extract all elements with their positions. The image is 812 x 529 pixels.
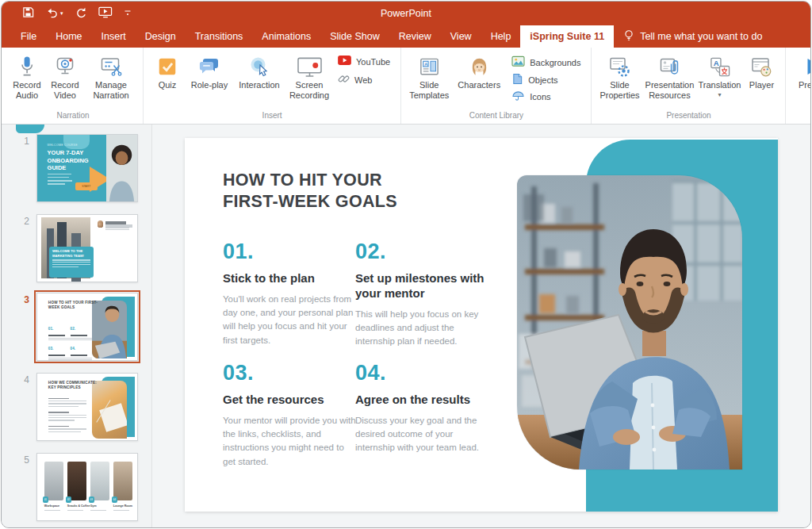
web-button[interactable]: Web — [338, 73, 390, 86]
slide-number: 4 — [2, 373, 36, 441]
button-label: Preview — [799, 80, 811, 90]
interaction-button[interactable]: Interaction — [233, 53, 285, 90]
tab-home[interactable]: Home — [46, 25, 91, 48]
slide-thumbnail-5[interactable]: 01 02 03 04 Workspace Snacks & Coffee Gy… — [36, 453, 138, 521]
thumb4-paragraph — [48, 424, 86, 434]
manage-narration-button[interactable]: Manage Narration — [85, 53, 137, 101]
slide-number: 5 — [2, 453, 36, 521]
thumb5-card-3: 03 — [90, 462, 109, 500]
thumb5-badge-1: 01 — [43, 496, 48, 503]
ribbon-group-insert: Quiz Role-play Interaction Screen Record… — [144, 48, 401, 124]
ribbon-group-narration: Record Audio Record Video Manage Narrati… — [3, 48, 144, 124]
youtube-icon — [338, 56, 351, 67]
backgrounds-image-icon — [511, 56, 525, 69]
item-number: 04. — [355, 361, 488, 385]
slide-thumbnail-3-selected[interactable]: HOW TO HIT YOUR FIRST-WEEK GOALS 01. 02.… — [36, 293, 138, 361]
tab-transitions[interactable]: Transitions — [186, 25, 253, 48]
thumb2-people-list — [98, 220, 133, 221]
slide-properties-button[interactable]: Slide Properties — [597, 53, 642, 101]
thumb1-person-photo — [106, 135, 137, 201]
slide-title-line-1: HOW TO HIT YOUR — [223, 171, 382, 190]
tab-slide-show[interactable]: Slide Show — [320, 25, 389, 48]
thumb3-num-4: 04. — [71, 347, 75, 351]
objects-shape-icon — [511, 73, 523, 86]
slide-thumbnail-4[interactable]: HOW WE COMMUNICATE: KEY PRINCIPLES — [36, 373, 138, 441]
slide-title-line-2: FIRST-WEEK GOALS — [223, 192, 397, 211]
thumb3-num-2: 02. — [71, 327, 75, 331]
thumb3-title: HOW TO HIT YOUR FIRST-WEEK GOALS — [48, 301, 101, 310]
decorative-blob — [63, 134, 90, 149]
thumb5-card-2: 02 — [67, 462, 86, 500]
objects-button[interactable]: Objects — [511, 73, 580, 86]
thumb5-caption-4: Lounge Room — [113, 504, 132, 508]
slide-title[interactable]: HOW TO HIT YOUR FIRST-WEEK GOALS — [223, 170, 397, 212]
slide-properties-icon — [607, 53, 631, 80]
tab-design[interactable]: Design — [136, 25, 186, 48]
slide-editor-area: HOW TO HIT YOUR FIRST-WEEK GOALS 01. Sti… — [152, 125, 810, 528]
tab-animations[interactable]: Animations — [252, 25, 320, 48]
slide-thumbnail-panel: 1 WELCOME COURSE YOUR 7-DAY ONBOARDING G… — [2, 125, 152, 528]
ribbon-tab-bar: File Home Insert Design Transitions Anim… — [2, 25, 810, 48]
scrolled-thumbnail-fragment — [16, 125, 44, 133]
record-video-button[interactable]: Record Video — [47, 53, 83, 101]
goal-item-1[interactable]: 01. Stick to the plan You'll work on rea… — [223, 240, 356, 347]
preview-button[interactable]: Preview ▾ — [791, 53, 811, 98]
slide-templates-button[interactable]: A Slide Templates — [407, 53, 451, 101]
record-audio-button[interactable]: Record Audio — [9, 53, 45, 101]
slide-photo-man-laptop — [517, 175, 742, 470]
group-label-narration: Narration — [3, 109, 143, 124]
goal-item-3[interactable]: 03. Get the resources Your mentor will p… — [223, 361, 356, 469]
link-icon — [338, 73, 350, 86]
chat-bubbles-icon — [197, 53, 221, 80]
powerpoint-window: PowerPoint ▾ File Home Insert Design — [1, 1, 811, 528]
quiz-button[interactable]: Quiz — [149, 53, 186, 90]
thumb3-num-1: 01. — [48, 327, 53, 331]
app-title: PowerPoint — [2, 8, 810, 19]
item-body: Discuss your key goal and the desired ou… — [355, 414, 488, 455]
tab-file[interactable]: File — [11, 25, 46, 48]
screen-recording-icon — [297, 53, 323, 80]
interaction-pointer-icon — [247, 53, 271, 80]
presentation-resources-button[interactable]: Presentation Resources — [643, 53, 695, 101]
item-body: You'll work on real projects from day on… — [223, 293, 356, 347]
goal-item-4[interactable]: 04. Agree on the results Discuss your ke… — [355, 361, 488, 455]
screen-recording-button[interactable]: Screen Recording — [287, 53, 331, 101]
microphone-icon — [15, 53, 39, 80]
player-palette-icon — [749, 53, 773, 80]
slide-thumbnail-1[interactable]: WELCOME COURSE YOUR 7-DAY ONBOARDING GUI… — [36, 134, 138, 202]
backgrounds-button[interactable]: Backgrounds — [511, 56, 580, 69]
button-label: Backgrounds — [530, 58, 580, 67]
button-label: Slide Properties — [597, 80, 642, 101]
button-label: Presentation Resources — [643, 80, 695, 101]
resources-paperclip-icon — [657, 53, 681, 80]
group-label-content-library: Content Library — [401, 109, 591, 124]
button-label: Screen Recording — [287, 80, 331, 101]
tab-help[interactable]: Help — [481, 25, 521, 48]
tab-insert[interactable]: Insert — [92, 25, 136, 48]
goal-item-2[interactable]: 02. Set up milestones with your mentor T… — [355, 240, 488, 348]
preview-play-icon — [803, 53, 811, 80]
tab-view[interactable]: View — [441, 25, 481, 48]
icons-button[interactable]: Icons — [511, 90, 580, 103]
tab-ispring-suite-11[interactable]: iSpring Suite 11 — [520, 25, 614, 48]
tab-review[interactable]: Review — [389, 25, 441, 48]
youtube-button[interactable]: YouTube — [338, 56, 390, 67]
item-number: 02. — [355, 240, 488, 264]
thumb5-caption-1: Workspace — [44, 504, 59, 508]
current-slide-canvas[interactable]: HOW TO HIT YOUR FIRST-WEEK GOALS 01. Sti… — [185, 138, 778, 512]
thumb2-teal-box: WELCOME TO THE MARKETING TEAM! — [49, 247, 93, 278]
role-play-button[interactable]: Role-play — [187, 53, 232, 90]
slide-number: 1 — [2, 134, 36, 202]
translation-button[interactable]: A Translation ▾ — [697, 53, 741, 98]
tell-me-box[interactable]: Tell me what you want to do — [614, 25, 772, 48]
button-label: Translation — [698, 80, 741, 90]
item-heading: Stick to the plan — [223, 271, 356, 286]
thumb3-item-3: 03. — [48, 339, 72, 361]
slide-thumbnail-2[interactable]: WELCOME TO THE MARKETING TEAM! — [36, 214, 138, 282]
player-button[interactable]: Player — [743, 53, 779, 90]
icons-umbrella-icon — [511, 90, 525, 103]
item-heading: Set up milestones with your mentor — [355, 271, 488, 301]
group-label-insert: Insert — [144, 109, 400, 124]
characters-button[interactable]: Characters — [453, 53, 505, 90]
button-label: Objects — [528, 75, 557, 85]
